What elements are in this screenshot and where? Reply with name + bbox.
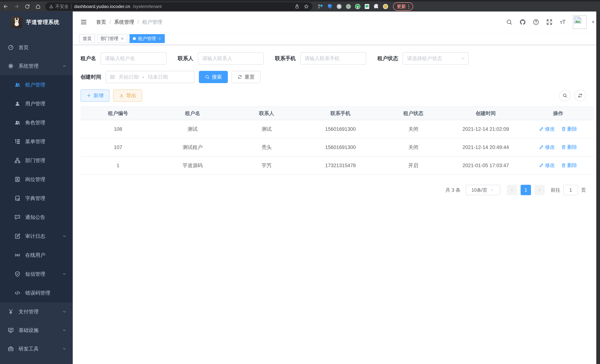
page-content: 租户名 联系人: [73, 45, 600, 364]
pagination: 共 3 条 10条/页 1 前往 页: [81, 185, 586, 195]
extension-icon[interactable]: [327, 3, 333, 9]
tag[interactable]: 部门管理: [97, 34, 127, 43]
sidebar-item[interactable]: 字典管理: [0, 189, 73, 208]
url-path: /system/tenant: [133, 4, 162, 9]
sidebar-item[interactable]: 租户管理: [0, 75, 73, 94]
refresh-icon: [578, 93, 582, 98]
app-logo[interactable]: 芋道管理系统: [0, 11, 73, 33]
search-icon: [562, 93, 567, 98]
extension-icon[interactable]: [373, 3, 379, 9]
date-start-placeholder[interactable]: 开始日期: [119, 74, 139, 80]
tag[interactable]: 首页: [79, 34, 95, 43]
browser-nav-icon[interactable]: [25, 4, 30, 9]
browser-nav-icon[interactable]: [14, 4, 19, 9]
browser-nav-icon[interactable]: [3, 4, 9, 9]
field-input[interactable]: [101, 52, 167, 65]
extension-icon[interactable]: y: [355, 3, 361, 9]
breadcrumb-item[interactable]: /系统管理: [110, 19, 134, 25]
delete-link[interactable]: 删除: [561, 144, 577, 150]
extension-icon[interactable]: ⌘: [336, 3, 342, 9]
edit-link[interactable]: 修改: [539, 162, 555, 169]
filter-form-row1: 租户名 联系人: [81, 52, 594, 65]
sidebar-item[interactable]: 研发工具: [0, 339, 73, 358]
cell-status: 关闭: [377, 138, 449, 156]
breadcrumb-item[interactable]: 首页: [93, 19, 106, 25]
extension-icon[interactable]: [318, 3, 324, 9]
menu-item-label: 通知公告: [25, 214, 45, 221]
navbar-action-icon[interactable]: [506, 19, 512, 25]
avatar-caret-icon[interactable]: [591, 20, 595, 24]
sidebar-item[interactable]: 部门管理: [0, 151, 73, 170]
field-input[interactable]: [403, 52, 469, 65]
toggle-search-button[interactable]: [559, 90, 571, 101]
browser-update-button[interactable]: 更新: [393, 2, 413, 11]
field-input[interactable]: [300, 52, 366, 65]
avatar[interactable]: [573, 15, 587, 29]
edit-link[interactable]: 修改: [539, 126, 555, 132]
browser-nav-icon[interactable]: [35, 4, 41, 9]
column-header: 创建时间: [449, 107, 522, 120]
filter-form-row2: 创建时间 开始日期 - 结束日期 搜索 重置: [81, 71, 594, 83]
cell-actions: 修改 删除: [522, 120, 594, 138]
refresh-table-button[interactable]: [574, 90, 586, 101]
page-size-select[interactable]: 10条/页: [466, 185, 500, 195]
table-row[interactable]: 107 测试租户 秃头 15601691300 关闭 2021-12-14 20…: [81, 138, 594, 156]
prev-page-button[interactable]: [507, 185, 517, 195]
bookmark-star-icon[interactable]: [304, 4, 309, 9]
export-button[interactable]: 导出: [113, 89, 142, 102]
date-end-placeholder[interactable]: 结束日期: [148, 74, 168, 80]
add-button[interactable]: 新增: [81, 89, 110, 102]
navbar-action-icon[interactable]: [560, 19, 566, 25]
sidebar-item[interactable]: 错误码管理: [0, 283, 73, 302]
refresh-icon: [237, 75, 242, 79]
edit-link[interactable]: 修改: [539, 144, 555, 150]
browser-menu-icon[interactable]: [408, 4, 409, 9]
delete-link[interactable]: 删除: [561, 162, 577, 169]
table-row[interactable]: 108 测试 测试 15601691300 关闭 2021-12-14 21:0…: [81, 120, 594, 138]
navbar-action-icon[interactable]: [533, 19, 539, 25]
date-range-picker[interactable]: 开始日期 - 结束日期: [106, 71, 194, 83]
menu-item-label: 系统管理: [19, 63, 38, 69]
reset-button[interactable]: 重置: [232, 71, 261, 83]
collapse-sidebar-icon[interactable]: [81, 19, 87, 25]
close-icon[interactable]: [121, 37, 124, 40]
share-icon[interactable]: [295, 4, 300, 9]
sidebar-item[interactable]: 短信管理: [0, 265, 73, 283]
search-button[interactable]: 搜索: [199, 71, 228, 83]
sidebar-item[interactable]: 用户管理: [0, 94, 73, 113]
filter-field: 联系人: [178, 52, 264, 65]
sidebar-item[interactable]: 岗位管理: [0, 170, 73, 189]
menu-item-label: 短信管理: [25, 271, 45, 277]
field-input[interactable]: [198, 52, 264, 65]
sidebar-item[interactable]: 审计日志: [0, 227, 73, 246]
security-indicator[interactable]: 不安全: [49, 3, 69, 9]
extension-icon[interactable]: [383, 3, 388, 9]
sidebar-item[interactable]: 基础设施: [0, 321, 73, 339]
sidebar-item[interactable]: 角色管理: [0, 113, 73, 132]
sidebar-item[interactable]: 在线用户: [0, 246, 73, 265]
tag[interactable]: 租户管理: [130, 34, 165, 43]
close-icon[interactable]: [158, 37, 161, 40]
sidebar-item[interactable]: 首页: [0, 38, 73, 57]
navbar-action-icon[interactable]: [519, 19, 526, 25]
menu-item-label: 首页: [19, 44, 28, 51]
navbar-action-icon[interactable]: [546, 19, 553, 25]
next-page-button[interactable]: [534, 185, 545, 195]
sidebar-item[interactable]: 支付管理: [0, 302, 73, 321]
browser-toolbar: 不安全 dashboard.yudao.iocoder.cn/system/te…: [0, 0, 600, 11]
window-scrollbar-track[interactable]: [596, 11, 600, 364]
sidebar-item[interactable]: 通知公告: [0, 208, 73, 227]
delete-link[interactable]: 删除: [561, 126, 577, 132]
menu-item-label: 支付管理: [19, 308, 38, 315]
screen: 不安全 dashboard.yudao.iocoder.cn/system/te…: [0, 0, 600, 364]
breadcrumb-separator: /: [138, 19, 139, 25]
sidebar-item[interactable]: 系统管理: [0, 57, 73, 75]
address-bar[interactable]: 不安全 dashboard.yudao.iocoder.cn/system/te…: [45, 2, 312, 11]
table-row[interactable]: 1 芋道源码 芋艿 17321315478 开启 2021-01-05 17:0…: [81, 156, 594, 175]
extension-icon[interactable]: [364, 3, 370, 9]
extension-icon[interactable]: [346, 3, 351, 9]
sidebar-item[interactable]: 菜单管理: [0, 132, 73, 151]
breadcrumb-item[interactable]: /租户管理: [138, 19, 162, 25]
goto-page-input[interactable]: [563, 185, 578, 195]
page-number-active[interactable]: 1: [521, 185, 531, 195]
